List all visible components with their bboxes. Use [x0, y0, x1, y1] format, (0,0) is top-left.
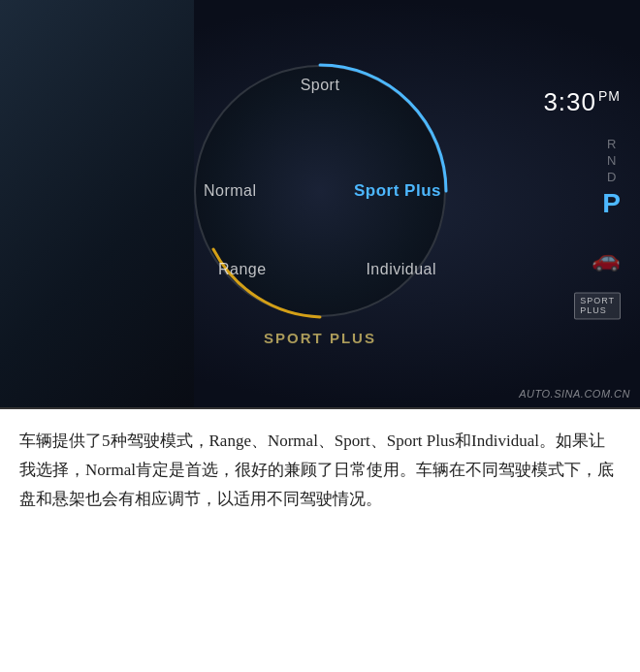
left-panel — [0, 0, 194, 407]
gear-p-active: P — [602, 186, 621, 221]
time-display: 3:30PM — [543, 87, 621, 117]
watermark: AUTO.SINA.COM.CN — [519, 388, 630, 400]
sport-plus-mode-badge: SPORTPLUS — [574, 293, 621, 320]
car-silhouette: 🚗 — [592, 246, 621, 273]
drive-mode-dial: Sport Normal Range Individual Sport Plus… — [194, 65, 446, 317]
gear-n: N — [607, 153, 616, 170]
mode-normal-label: Normal — [204, 182, 257, 200]
mode-individual-label: Individual — [366, 261, 436, 278]
sport-plus-bottom-label: SPORT PLUS — [264, 330, 376, 346]
dashboard-image: Sport Normal Range Individual Sport Plus… — [0, 0, 640, 407]
time-value: 3:30 — [543, 87, 596, 116]
right-info-panel: 3:30PM R N D P 🚗 SPORTPLUS — [543, 87, 621, 319]
mode-range-label: Range — [218, 261, 267, 278]
mode-sport-label: Sport — [301, 77, 340, 94]
gear-indicator: R N D P — [602, 137, 621, 221]
article-text: 车辆提供了5种驾驶模式，Range、Normal、Sport、Sport Plu… — [19, 427, 621, 513]
gear-r: R — [607, 137, 616, 153]
mode-sport-plus-label: Sport Plus — [354, 181, 441, 201]
gear-d: D — [607, 170, 616, 186]
time-period: PM — [598, 89, 621, 105]
article-section: 车辆提供了5种驾驶模式，Range、Normal、Sport、Sport Plu… — [0, 407, 640, 528]
gear-letters: R N D P — [602, 137, 621, 221]
